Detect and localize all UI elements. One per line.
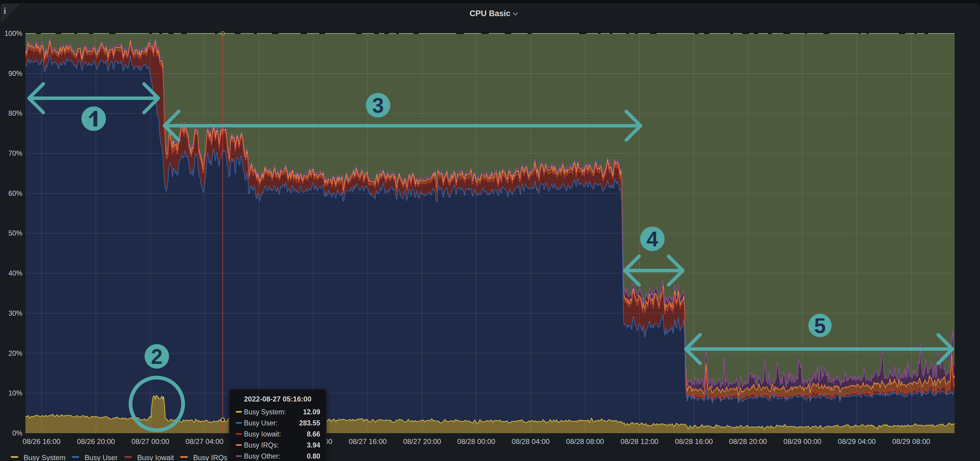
svg-text:5: 5 <box>814 314 826 337</box>
svg-text:08/29 08:00: 08/29 08:00 <box>892 437 931 445</box>
svg-text:08/28 16:00: 08/28 16:00 <box>675 437 713 445</box>
svg-text:08/27 04:00: 08/27 04:00 <box>186 437 224 445</box>
svg-text:20%: 20% <box>8 350 22 357</box>
svg-text:08/28 08:00: 08/28 08:00 <box>566 437 604 445</box>
svg-text:3: 3 <box>372 94 384 117</box>
svg-text:40%: 40% <box>8 269 22 277</box>
svg-text:80%: 80% <box>8 110 22 117</box>
svg-text:50%: 50% <box>8 229 22 237</box>
svg-text:60%: 60% <box>8 189 22 197</box>
svg-text:100%: 100% <box>5 30 22 37</box>
svg-text:70%: 70% <box>8 149 22 157</box>
svg-text:08/27 16:00: 08/27 16:00 <box>349 437 387 445</box>
svg-text:08/28 00:00: 08/28 00:00 <box>457 437 495 445</box>
svg-text:08/28 04:00: 08/28 04:00 <box>512 437 550 445</box>
svg-text:08/28 12:00: 08/28 12:00 <box>620 437 659 445</box>
svg-text:0%: 0% <box>12 429 22 437</box>
svg-text:08/27 20:00: 08/27 20:00 <box>403 437 441 445</box>
svg-text:08/29 00:00: 08/29 00:00 <box>784 437 822 445</box>
svg-text:08/26 16:00: 08/26 16:00 <box>23 437 61 445</box>
svg-text:2: 2 <box>151 345 162 368</box>
svg-text:08/26 20:00: 08/26 20:00 <box>77 437 115 445</box>
svg-text:10%: 10% <box>8 389 22 397</box>
svg-text:08/28 20:00: 08/28 20:00 <box>729 437 767 445</box>
svg-text:08/27 00:00: 08/27 00:00 <box>132 437 170 445</box>
svg-text:08/29 04:00: 08/29 04:00 <box>838 437 876 445</box>
svg-text:30%: 30% <box>8 310 22 317</box>
svg-text:4: 4 <box>647 227 658 251</box>
svg-text:90%: 90% <box>8 70 22 78</box>
